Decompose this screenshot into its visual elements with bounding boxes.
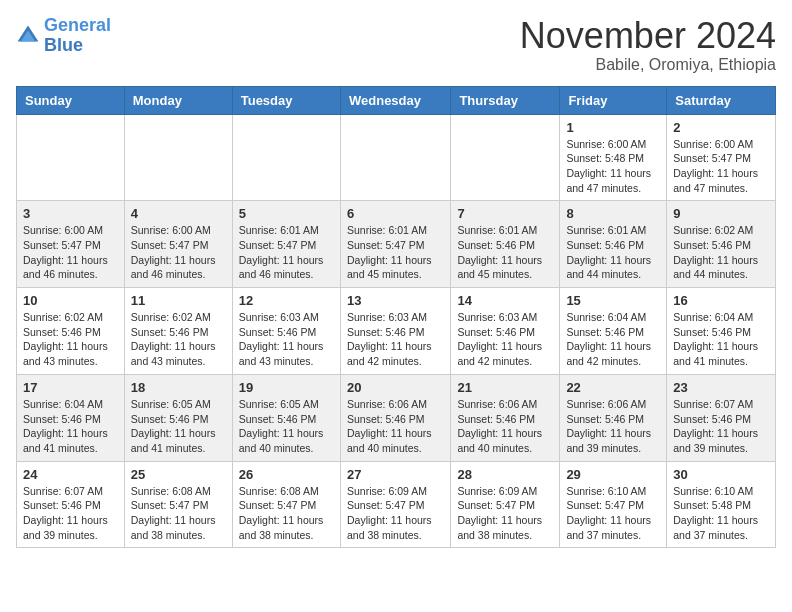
day-number: 2	[673, 120, 769, 135]
calendar-cell: 9Sunrise: 6:02 AM Sunset: 5:46 PM Daylig…	[667, 201, 776, 288]
calendar-table: SundayMondayTuesdayWednesdayThursdayFrid…	[16, 86, 776, 549]
day-number: 7	[457, 206, 553, 221]
calendar-cell: 13Sunrise: 6:03 AM Sunset: 5:46 PM Dayli…	[340, 288, 450, 375]
day-info: Sunrise: 6:00 AM Sunset: 5:47 PM Dayligh…	[23, 223, 118, 282]
calendar-cell: 15Sunrise: 6:04 AM Sunset: 5:46 PM Dayli…	[560, 288, 667, 375]
title-area: November 2024 Babile, Oromiya, Ethiopia	[520, 16, 776, 74]
logo-line1: General	[44, 15, 111, 35]
weekday-header-saturday: Saturday	[667, 86, 776, 114]
day-info: Sunrise: 6:05 AM Sunset: 5:46 PM Dayligh…	[131, 397, 226, 456]
day-info: Sunrise: 6:07 AM Sunset: 5:46 PM Dayligh…	[673, 397, 769, 456]
day-number: 5	[239, 206, 334, 221]
day-info: Sunrise: 6:00 AM Sunset: 5:47 PM Dayligh…	[131, 223, 226, 282]
day-info: Sunrise: 6:04 AM Sunset: 5:46 PM Dayligh…	[566, 310, 660, 369]
day-number: 3	[23, 206, 118, 221]
calendar-cell: 6Sunrise: 6:01 AM Sunset: 5:47 PM Daylig…	[340, 201, 450, 288]
day-info: Sunrise: 6:09 AM Sunset: 5:47 PM Dayligh…	[457, 484, 553, 543]
calendar-cell	[17, 114, 125, 201]
day-info: Sunrise: 6:01 AM Sunset: 5:47 PM Dayligh…	[347, 223, 444, 282]
calendar-cell: 11Sunrise: 6:02 AM Sunset: 5:46 PM Dayli…	[124, 288, 232, 375]
day-info: Sunrise: 6:07 AM Sunset: 5:46 PM Dayligh…	[23, 484, 118, 543]
calendar-cell	[232, 114, 340, 201]
day-number: 6	[347, 206, 444, 221]
calendar-cell: 26Sunrise: 6:08 AM Sunset: 5:47 PM Dayli…	[232, 461, 340, 548]
day-number: 14	[457, 293, 553, 308]
day-number: 23	[673, 380, 769, 395]
calendar-week-2: 3Sunrise: 6:00 AM Sunset: 5:47 PM Daylig…	[17, 201, 776, 288]
day-number: 28	[457, 467, 553, 482]
day-info: Sunrise: 6:08 AM Sunset: 5:47 PM Dayligh…	[131, 484, 226, 543]
weekday-header-wednesday: Wednesday	[340, 86, 450, 114]
calendar-week-4: 17Sunrise: 6:04 AM Sunset: 5:46 PM Dayli…	[17, 374, 776, 461]
day-number: 16	[673, 293, 769, 308]
calendar-cell: 17Sunrise: 6:04 AM Sunset: 5:46 PM Dayli…	[17, 374, 125, 461]
calendar-week-3: 10Sunrise: 6:02 AM Sunset: 5:46 PM Dayli…	[17, 288, 776, 375]
day-number: 1	[566, 120, 660, 135]
day-number: 19	[239, 380, 334, 395]
day-number: 29	[566, 467, 660, 482]
day-number: 21	[457, 380, 553, 395]
day-info: Sunrise: 6:10 AM Sunset: 5:47 PM Dayligh…	[566, 484, 660, 543]
day-number: 26	[239, 467, 334, 482]
day-number: 12	[239, 293, 334, 308]
weekday-header-thursday: Thursday	[451, 86, 560, 114]
calendar-cell	[124, 114, 232, 201]
day-number: 13	[347, 293, 444, 308]
calendar-cell: 4Sunrise: 6:00 AM Sunset: 5:47 PM Daylig…	[124, 201, 232, 288]
day-info: Sunrise: 6:04 AM Sunset: 5:46 PM Dayligh…	[673, 310, 769, 369]
logo: General Blue	[16, 16, 111, 56]
calendar-cell	[451, 114, 560, 201]
logo-text: General Blue	[44, 16, 111, 56]
day-info: Sunrise: 6:03 AM Sunset: 5:46 PM Dayligh…	[457, 310, 553, 369]
calendar-cell: 1Sunrise: 6:00 AM Sunset: 5:48 PM Daylig…	[560, 114, 667, 201]
day-info: Sunrise: 6:03 AM Sunset: 5:46 PM Dayligh…	[347, 310, 444, 369]
weekday-header-friday: Friday	[560, 86, 667, 114]
day-number: 27	[347, 467, 444, 482]
day-number: 11	[131, 293, 226, 308]
calendar-week-1: 1Sunrise: 6:00 AM Sunset: 5:48 PM Daylig…	[17, 114, 776, 201]
day-number: 17	[23, 380, 118, 395]
month-title: November 2024	[520, 16, 776, 56]
page-header: General Blue November 2024 Babile, Oromi…	[16, 16, 776, 74]
calendar-cell: 19Sunrise: 6:05 AM Sunset: 5:46 PM Dayli…	[232, 374, 340, 461]
calendar-cell: 10Sunrise: 6:02 AM Sunset: 5:46 PM Dayli…	[17, 288, 125, 375]
calendar-cell: 22Sunrise: 6:06 AM Sunset: 5:46 PM Dayli…	[560, 374, 667, 461]
day-info: Sunrise: 6:06 AM Sunset: 5:46 PM Dayligh…	[347, 397, 444, 456]
day-info: Sunrise: 6:01 AM Sunset: 5:46 PM Dayligh…	[566, 223, 660, 282]
day-info: Sunrise: 6:04 AM Sunset: 5:46 PM Dayligh…	[23, 397, 118, 456]
calendar-cell: 27Sunrise: 6:09 AM Sunset: 5:47 PM Dayli…	[340, 461, 450, 548]
location-subtitle: Babile, Oromiya, Ethiopia	[520, 56, 776, 74]
calendar-cell: 30Sunrise: 6:10 AM Sunset: 5:48 PM Dayli…	[667, 461, 776, 548]
day-number: 9	[673, 206, 769, 221]
day-number: 4	[131, 206, 226, 221]
day-info: Sunrise: 6:01 AM Sunset: 5:46 PM Dayligh…	[457, 223, 553, 282]
calendar-cell: 2Sunrise: 6:00 AM Sunset: 5:47 PM Daylig…	[667, 114, 776, 201]
day-number: 18	[131, 380, 226, 395]
day-info: Sunrise: 6:02 AM Sunset: 5:46 PM Dayligh…	[673, 223, 769, 282]
day-info: Sunrise: 6:06 AM Sunset: 5:46 PM Dayligh…	[566, 397, 660, 456]
day-number: 24	[23, 467, 118, 482]
calendar-cell: 12Sunrise: 6:03 AM Sunset: 5:46 PM Dayli…	[232, 288, 340, 375]
day-info: Sunrise: 6:01 AM Sunset: 5:47 PM Dayligh…	[239, 223, 334, 282]
calendar-cell: 21Sunrise: 6:06 AM Sunset: 5:46 PM Dayli…	[451, 374, 560, 461]
logo-icon	[16, 24, 40, 48]
calendar-cell: 5Sunrise: 6:01 AM Sunset: 5:47 PM Daylig…	[232, 201, 340, 288]
calendar-cell: 24Sunrise: 6:07 AM Sunset: 5:46 PM Dayli…	[17, 461, 125, 548]
day-info: Sunrise: 6:02 AM Sunset: 5:46 PM Dayligh…	[131, 310, 226, 369]
calendar-cell: 23Sunrise: 6:07 AM Sunset: 5:46 PM Dayli…	[667, 374, 776, 461]
day-info: Sunrise: 6:00 AM Sunset: 5:48 PM Dayligh…	[566, 137, 660, 196]
calendar-cell: 3Sunrise: 6:00 AM Sunset: 5:47 PM Daylig…	[17, 201, 125, 288]
day-info: Sunrise: 6:06 AM Sunset: 5:46 PM Dayligh…	[457, 397, 553, 456]
calendar-cell: 14Sunrise: 6:03 AM Sunset: 5:46 PM Dayli…	[451, 288, 560, 375]
calendar-cell: 7Sunrise: 6:01 AM Sunset: 5:46 PM Daylig…	[451, 201, 560, 288]
weekday-header-row: SundayMondayTuesdayWednesdayThursdayFrid…	[17, 86, 776, 114]
day-info: Sunrise: 6:02 AM Sunset: 5:46 PM Dayligh…	[23, 310, 118, 369]
day-info: Sunrise: 6:03 AM Sunset: 5:46 PM Dayligh…	[239, 310, 334, 369]
day-number: 30	[673, 467, 769, 482]
day-info: Sunrise: 6:00 AM Sunset: 5:47 PM Dayligh…	[673, 137, 769, 196]
day-info: Sunrise: 6:09 AM Sunset: 5:47 PM Dayligh…	[347, 484, 444, 543]
day-number: 15	[566, 293, 660, 308]
day-number: 8	[566, 206, 660, 221]
calendar-cell: 8Sunrise: 6:01 AM Sunset: 5:46 PM Daylig…	[560, 201, 667, 288]
weekday-header-sunday: Sunday	[17, 86, 125, 114]
